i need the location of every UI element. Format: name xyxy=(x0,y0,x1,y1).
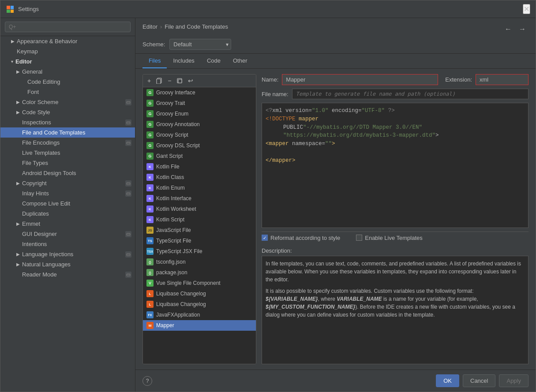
list-item-kotlin-worksheet[interactable]: K Kotlin Worksheet xyxy=(143,204,256,214)
nav-forward-button[interactable]: → xyxy=(516,24,529,34)
sidebar-item-copyright[interactable]: ▶ Copyright xyxy=(0,178,135,188)
sidebar-item-code-style[interactable]: ▶ Code Style xyxy=(0,107,135,117)
tab-other[interactable]: Other xyxy=(227,54,254,68)
sidebar-item-general[interactable]: ▶ General xyxy=(0,67,135,77)
tab-includes[interactable]: Includes xyxy=(167,54,200,68)
sidebar-item-font[interactable]: Font xyxy=(0,87,135,97)
list-item-groovy-trait[interactable]: G Groovy Trait xyxy=(143,98,256,108)
list-item-package-json[interactable]: {} package.json xyxy=(143,267,256,278)
list-item-groovy-enum[interactable]: G Groovy Enum xyxy=(143,108,256,119)
sidebar-item-compose-live-edit[interactable]: Compose Live Edit xyxy=(0,198,135,209)
duplicate-template-button[interactable] xyxy=(175,77,184,85)
list-item-liquibase-2[interactable]: L Liquibase Changelog xyxy=(143,299,256,310)
sidebar-item-file-code-templates[interactable]: File and Code Templates xyxy=(0,127,135,138)
template-icon: G xyxy=(146,131,154,138)
sidebar-item-gui-designer[interactable]: GUI Designer xyxy=(0,229,135,239)
nav-back-button[interactable]: ← xyxy=(502,24,514,34)
tab-bar: Files Includes Code Other xyxy=(135,54,536,69)
tab-code[interactable]: Code xyxy=(201,54,227,68)
template-item-label: Groovy DSL Script xyxy=(156,142,200,149)
list-item-typescript-jsx-file[interactable]: TSX TypeScript JSX File xyxy=(143,246,256,257)
list-item-javafx[interactable]: FX JavaFXApplication xyxy=(143,310,256,320)
sidebar-item-color-scheme[interactable]: ▶ Color Scheme xyxy=(0,97,135,107)
sidebar-item-editor[interactable]: ▾ Editor xyxy=(0,56,135,67)
sidebar-item-label: File and Code Templates xyxy=(22,129,86,136)
arrow-icon: ▶ xyxy=(16,252,20,257)
add-template-button[interactable]: + xyxy=(146,76,153,85)
list-item-mapper[interactable]: M Mapper xyxy=(143,320,256,331)
list-item-groovy-dsl-script[interactable]: G Groovy DSL Script xyxy=(143,140,256,151)
apply-button[interactable]: Apply xyxy=(499,374,529,387)
list-item-gant-script[interactable]: G Gant Script xyxy=(143,151,256,161)
right-panel: Editor › File and Code Templates ← → Sch… xyxy=(135,18,536,392)
remove-template-button[interactable]: − xyxy=(166,76,173,85)
close-button[interactable]: ✕ xyxy=(523,4,530,14)
list-item-kotlin-interface[interactable]: K Kotlin Interface xyxy=(143,193,256,204)
scheme-select[interactable]: Default Project xyxy=(169,39,231,50)
sidebar-item-android-design-tools[interactable]: Android Design Tools xyxy=(0,168,135,178)
list-item-javascript-file[interactable]: JS JavaScript File xyxy=(143,225,256,235)
svg-rect-12 xyxy=(127,193,130,195)
search-box xyxy=(0,18,135,36)
template-icon: TS xyxy=(146,237,154,244)
template-icon: V xyxy=(146,280,154,287)
revert-template-button[interactable]: ↩ xyxy=(186,76,195,85)
template-item-label: Kotlin Enum xyxy=(156,185,185,191)
reformat-checkbox-label[interactable]: Reformat according to style xyxy=(262,235,340,241)
sidebar-item-file-encodings[interactable]: File Encodings xyxy=(0,138,135,148)
template-icon: K xyxy=(146,174,154,181)
template-item-label: JavaFXApplication xyxy=(156,312,200,318)
sidebar-item-language-injections[interactable]: ▶ Language Injections xyxy=(0,249,135,259)
sidebar-item-inlay-hints[interactable]: Inlay Hints xyxy=(0,188,135,198)
list-item-groovy-annotation[interactable]: G Groovy Annotation xyxy=(143,119,256,130)
scheme-row: Scheme: Default Project xyxy=(142,39,529,50)
options-row: Reformat according to style Enable Live … xyxy=(262,231,529,244)
panel-body: + − xyxy=(135,69,536,370)
main-content: ▶ Appearance & Behavior Keymap ▾ Editor … xyxy=(0,18,536,392)
list-item-tsconfig-json[interactable]: {} tsconfig.json xyxy=(143,257,256,267)
code-editor[interactable]: <?xml version="1.0" encoding="UTF-8" ?> … xyxy=(262,103,529,228)
sidebar-item-natural-languages[interactable]: ▶ Natural Languages xyxy=(0,259,135,269)
arrow-icon: ▶ xyxy=(16,100,20,105)
sidebar-item-code-editing[interactable]: Code Editing xyxy=(0,77,135,87)
sidebar-scroll: ▶ Appearance & Behavior Keymap ▾ Editor … xyxy=(0,36,135,392)
sidebar-item-keymap[interactable]: Keymap xyxy=(0,46,135,56)
template-icon: K xyxy=(146,184,154,191)
list-item-kotlin-class[interactable]: K Kotlin Class xyxy=(143,172,256,183)
sidebar-item-label: Inlay Hints xyxy=(22,190,49,197)
sidebar-item-appearance[interactable]: ▶ Appearance & Behavior xyxy=(0,36,135,46)
reformat-checkbox[interactable] xyxy=(262,235,268,241)
search-input[interactable] xyxy=(5,22,131,32)
sidebar-item-duplicates[interactable]: Duplicates xyxy=(0,209,135,219)
tab-files[interactable]: Files xyxy=(142,54,167,68)
live-templates-checkbox-label[interactable]: Enable Live Templates xyxy=(356,235,423,241)
sidebar-item-reader-mode[interactable]: Reader Mode xyxy=(0,269,135,280)
template-icon: G xyxy=(146,110,154,117)
ok-button[interactable]: OK xyxy=(436,374,459,387)
sidebar-item-label: File Encodings xyxy=(22,139,60,146)
filename-input[interactable] xyxy=(292,89,529,99)
sidebar-item-live-templates[interactable]: Live Templates xyxy=(0,148,135,158)
list-item-kotlin-file[interactable]: K Kotlin File xyxy=(143,161,256,172)
list-item-vue[interactable]: V Vue Single File Component xyxy=(143,278,256,288)
sidebar-item-intentions[interactable]: Intentions xyxy=(0,239,135,249)
breadcrumb-parent: Editor xyxy=(142,23,157,30)
list-item-kotlin-enum[interactable]: K Kotlin Enum xyxy=(143,183,256,193)
list-item-typescript-file[interactable]: TS TypeScript File xyxy=(143,235,256,246)
list-item-groovy-interface[interactable]: G Groovy Interface xyxy=(143,87,256,98)
list-item-kotlin-script[interactable]: K Kotlin Script xyxy=(143,214,256,225)
help-button[interactable]: ? xyxy=(142,376,152,386)
sidebar-item-inspections[interactable]: Inspections xyxy=(0,117,135,127)
arrow-icon: ▶ xyxy=(16,181,20,186)
sidebar-item-label: General xyxy=(22,68,42,75)
sidebar-item-emmet[interactable]: ▶ Emmet xyxy=(0,219,135,229)
copy-template-button[interactable] xyxy=(154,77,164,85)
list-item-groovy-script[interactable]: G Groovy Script xyxy=(143,130,256,140)
live-templates-checkbox[interactable] xyxy=(356,235,362,241)
sidebar-item-file-types[interactable]: File Types xyxy=(0,158,135,168)
list-item-liquibase-1[interactable]: L Liquibase Changelog xyxy=(143,288,256,299)
cancel-button[interactable]: Cancel xyxy=(463,374,495,387)
name-input[interactable] xyxy=(282,74,438,85)
extension-input[interactable] xyxy=(476,74,529,85)
app-icon xyxy=(6,5,15,14)
